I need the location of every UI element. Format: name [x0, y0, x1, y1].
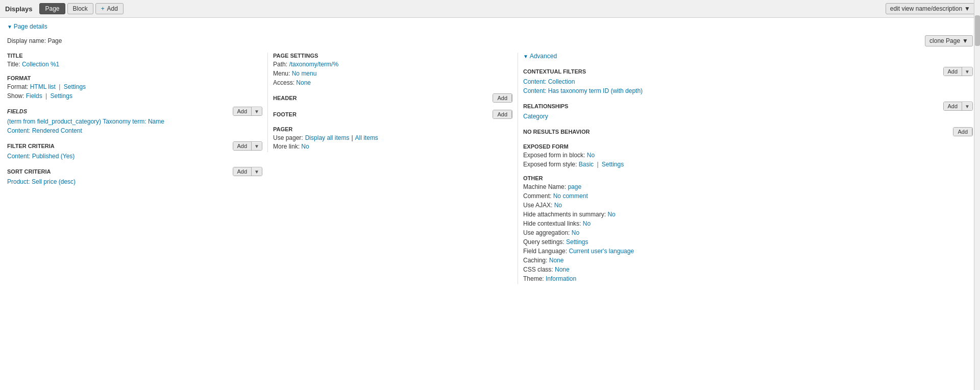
more-link-value[interactable]: No [301, 143, 309, 150]
css-class-label: CSS class: [523, 266, 553, 273]
field-language-value[interactable]: Current user's language [569, 248, 634, 255]
scrollbar[interactable] [974, 0, 980, 289]
show-settings-link[interactable]: Settings [51, 92, 72, 100]
relationship-item-0: Category [523, 113, 973, 120]
use-ajax-value[interactable]: No [554, 202, 562, 209]
hide-contextual-field: Hide contextual links: No [523, 220, 973, 227]
show-sep: | [45, 92, 48, 100]
filter-section-header: FILTER CRITERIA [7, 143, 55, 149]
footer-section-row: FOOTER Add [273, 110, 512, 119]
query-settings-label: Query settings: [523, 238, 565, 246]
clone-area: clone Page ▼ [925, 35, 973, 46]
add-display-button[interactable]: + Add [95, 3, 124, 14]
exposed-block-field: Exposed form in block: No [523, 152, 973, 159]
block-button[interactable]: Block [67, 3, 93, 14]
title-value[interactable]: Collection %1 [22, 61, 59, 68]
relationship-link-0[interactable]: Category [523, 113, 548, 120]
display-name-row: Display name: Page clone Page ▼ [7, 35, 973, 46]
query-settings-value[interactable]: Settings [566, 238, 588, 246]
field-link-1[interactable]: Content: Rendered Content [7, 127, 82, 134]
fields-section-row: FIELDS Add ▼ [7, 107, 262, 116]
machine-name-label: Machine Name: [523, 183, 566, 190]
sort-add-button[interactable]: Add ▼ [233, 167, 262, 176]
clone-page-button[interactable]: clone Page ▼ [925, 35, 973, 46]
header-section-header: HEADER [273, 95, 297, 101]
field-link-0[interactable]: (term from field_product_category) Taxon… [7, 118, 164, 125]
exposed-form-header: EXPOSED FORM [523, 143, 973, 150]
contextual-link-1[interactable]: Content: Has taxonomy term ID (with dept… [523, 87, 643, 94]
page-settings-header: PAGE SETTINGS [273, 53, 512, 59]
pager-section-header: PAGER [273, 126, 512, 132]
path-value[interactable]: /taxonomy/term/% [289, 61, 338, 68]
menu-value[interactable]: No menu [292, 70, 317, 77]
caching-value[interactable]: None [549, 257, 564, 264]
use-pager-all[interactable]: All items [355, 134, 378, 141]
header-add-label: Add [493, 94, 512, 102]
css-class-field: CSS class: None [523, 266, 973, 273]
menu-field: Menu: No menu [273, 70, 512, 77]
fields-add-button[interactable]: Add ▼ [233, 107, 262, 116]
edit-view-name-button[interactable]: edit view name/description ▼ [886, 3, 975, 14]
contextual-filters-add-button[interactable]: Add ▼ [943, 67, 973, 76]
fields-section-header: FIELDS [7, 108, 27, 114]
title-field: Title: Collection %1 [7, 61, 262, 68]
scrollbar-thumb[interactable] [975, 15, 980, 46]
page-button[interactable]: Page [39, 3, 65, 14]
css-class-value[interactable]: None [555, 266, 570, 273]
advanced-toggle[interactable]: Advanced [523, 53, 973, 60]
display-name-value: Page [47, 37, 62, 44]
filter-section-row: FILTER CRITERIA Add ▼ [7, 141, 262, 151]
machine-name-field: Machine Name: page [523, 183, 973, 190]
contextual-add-label: Add [944, 67, 963, 76]
hide-attachments-label: Hide attachments in summary: [523, 211, 606, 218]
display-name-label: Display name: [7, 37, 46, 44]
machine-name-value[interactable]: page [568, 183, 581, 190]
contextual-link-0[interactable]: Content: Collection [523, 78, 575, 85]
footer-add-button[interactable]: Add [493, 110, 512, 119]
no-results-add-button[interactable]: Add [953, 127, 973, 136]
exposed-block-value[interactable]: No [587, 152, 595, 159]
use-ajax-field: Use AJAX: No [523, 202, 973, 209]
display-name: Display name: Page [7, 37, 62, 44]
access-field: Access: None [273, 79, 512, 86]
plus-icon: + [101, 5, 105, 12]
clone-label: clone Page [929, 37, 960, 44]
left-column: TITLE Title: Collection %1 FORMAT Format… [7, 53, 267, 187]
sort-section-row: SORT CRITERIA Add ▼ [7, 167, 262, 176]
page-details-toggle[interactable]: Page details [7, 23, 973, 30]
title-section-header: TITLE [7, 53, 262, 59]
exposed-style-settings[interactable]: Settings [602, 161, 624, 168]
header-add-button[interactable]: Add [493, 93, 512, 103]
format-field: Format: HTML list | Settings [7, 83, 262, 90]
path-label: Path: [273, 61, 287, 68]
contextual-filters-row: CONTEXTUAL FILTERS Add ▼ [523, 67, 973, 76]
hide-contextual-value[interactable]: No [583, 220, 591, 227]
filter-add-button[interactable]: Add ▼ [233, 141, 262, 151]
use-aggregation-value[interactable]: No [572, 229, 579, 236]
comment-value[interactable]: No comment [553, 192, 588, 200]
sort-link-0[interactable]: Product: Sell price (desc) [7, 178, 76, 185]
relationships-add-arrow-icon: ▼ [962, 103, 972, 110]
no-results-row: NO RESULTS BEHAVIOR Add [523, 127, 973, 136]
filter-item-0: Content: Published (Yes) [7, 153, 262, 160]
exposed-style-value[interactable]: Basic [579, 161, 594, 168]
fields-add-arrow-icon: ▼ [252, 108, 262, 115]
no-results-add-label: Add [953, 128, 972, 136]
access-value[interactable]: None [296, 79, 311, 86]
show-value[interactable]: Fields [26, 92, 42, 100]
relationships-add-button[interactable]: Add ▼ [943, 102, 973, 111]
hide-contextual-label: Hide contextual links: [523, 220, 581, 227]
format-settings-link[interactable]: Settings [64, 83, 86, 90]
use-pager-label: Use pager: [273, 134, 303, 141]
path-field: Path: /taxonomy/term/% [273, 61, 512, 68]
hide-attachments-field: Hide attachments in summary: No [523, 211, 973, 218]
use-pager-value[interactable]: Display all items [305, 134, 350, 141]
sort-add-arrow-icon: ▼ [252, 168, 262, 176]
relationships-add-label: Add [944, 102, 963, 110]
theme-value[interactable]: Information [546, 275, 576, 282]
filter-link-0[interactable]: Content: Published (Yes) [7, 153, 75, 160]
top-bar: Displays Page Block + Add edit view name… [0, 0, 980, 18]
hide-attachments-value[interactable]: No [607, 211, 615, 218]
contextual-filters-header: CONTEXTUAL FILTERS [523, 68, 586, 75]
format-value[interactable]: HTML list [30, 83, 56, 90]
